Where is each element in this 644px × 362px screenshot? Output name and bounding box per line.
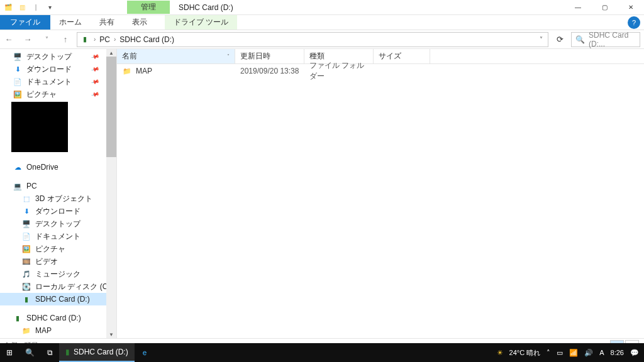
- sd-card-icon: ▮: [65, 348, 70, 356]
- qat-separator: |: [30, 2, 42, 13]
- sidebar-item-label: ピクチャ: [35, 244, 65, 255]
- chevron-right-icon: ›: [94, 36, 96, 43]
- start-button[interactable]: ⊞: [0, 343, 19, 362]
- wifi-icon[interactable]: 📶: [569, 349, 578, 357]
- file-date: 2019/09/20 13:38: [235, 67, 304, 75]
- qat-dropdown-icon[interactable]: ▾: [44, 2, 55, 13]
- search-box[interactable]: 🔍 SDHC Card (D:...: [571, 32, 640, 47]
- tab-file[interactable]: ファイル: [0, 15, 50, 30]
- quick-access-toolbar: 🗂️ ▥ | ▾: [0, 2, 58, 13]
- sidebar-item-documents[interactable]: 📄ドキュメント: [0, 75, 116, 88]
- cube-icon: ⬚: [21, 194, 31, 204]
- scroll-up-icon[interactable]: ▲: [106, 49, 116, 57]
- sidebar-item-map-folder[interactable]: 📁MAP: [0, 324, 116, 337]
- battery-icon[interactable]: ▭: [557, 349, 563, 357]
- close-button[interactable]: ✕: [618, 0, 644, 15]
- music-icon: 🎵: [21, 269, 31, 279]
- breadcrumb-pc[interactable]: PC: [99, 35, 110, 44]
- sidebar-item-3d-objects[interactable]: ⬚3D オブジェクト: [0, 192, 116, 205]
- scroll-down-icon[interactable]: ▼: [106, 331, 116, 338]
- minimize-button[interactable]: —: [565, 0, 591, 15]
- file-rows: 📁MAP 2019/09/20 13:38 ファイル フォルダー: [117, 64, 644, 338]
- search-taskbar-button[interactable]: 🔍: [19, 343, 41, 362]
- sidebar-item-downloads-pc[interactable]: ⬇ダウンロード: [0, 205, 116, 217]
- column-size[interactable]: サイズ: [374, 49, 430, 63]
- weather-icon[interactable]: ☀: [497, 349, 503, 357]
- weather-text[interactable]: 24°C 晴れ: [509, 348, 541, 358]
- action-center-icon[interactable]: 💬: [630, 349, 639, 357]
- column-label: サイズ: [379, 51, 401, 62]
- search-placeholder: SDHC Card (D:...: [589, 31, 636, 48]
- column-label: 名前: [122, 51, 137, 62]
- redacted-item: [11, 102, 68, 152]
- sidebar-item-label: デスクトップ: [35, 219, 80, 229]
- tray-overflow-icon[interactable]: ˄: [547, 349, 550, 357]
- column-name[interactable]: 名前˅: [117, 49, 235, 63]
- taskbar-app-ie[interactable]: ｅ: [135, 343, 155, 362]
- taskbar-app-explorer[interactable]: ▮SDHC Card (D:): [59, 343, 135, 362]
- pictures-icon: 🖼️: [21, 244, 31, 254]
- contextual-tab-label: 管理: [127, 1, 170, 14]
- address-dropdown-icon[interactable]: ˅: [537, 36, 545, 43]
- folder-properties-icon[interactable]: ▥: [16, 2, 28, 13]
- desktop-icon: 🖥️: [21, 219, 31, 229]
- system-tray: ☀ 24°C 晴れ ˄ ▭ 📶 🔊 A 8:26 💬: [497, 348, 644, 358]
- sidebar-item-pictures-pc[interactable]: 🖼️ピクチャ: [0, 243, 116, 255]
- ie-icon: ｅ: [141, 348, 148, 358]
- sidebar-item-label: SDHC Card (D:): [26, 314, 81, 322]
- forward-button[interactable]: →: [20, 32, 35, 47]
- scroll-thumb[interactable]: [106, 57, 116, 157]
- sidebar-item-downloads[interactable]: ⬇ダウンロード: [0, 63, 116, 75]
- desktop-icon: 🖥️: [13, 52, 23, 62]
- sidebar-item-label: ダウンロード: [35, 206, 80, 217]
- address-bar[interactable]: ▮ › PC › SDHC Card (D:) ˅: [77, 32, 548, 47]
- help-button[interactable]: ?: [628, 16, 640, 29]
- pictures-icon: 🖼️: [13, 89, 23, 99]
- sidebar-item-videos[interactable]: 🎞️ビデオ: [0, 255, 116, 268]
- chevron-right-icon: ›: [114, 36, 116, 43]
- download-icon: ⬇: [13, 64, 23, 74]
- task-view-button[interactable]: ⧉: [41, 343, 59, 362]
- tab-share[interactable]: 共有: [91, 15, 123, 30]
- sidebar-item-desktop[interactable]: 🖥️デスクトップ: [0, 50, 116, 63]
- sidebar-item-pictures[interactable]: 🖼️ピクチャ: [0, 88, 116, 101]
- document-icon: 📄: [21, 231, 31, 241]
- nav-bar: ← → ˅ ↑ ▮ › PC › SDHC Card (D:) ˅ ⟳ 🔍 SD…: [0, 30, 644, 49]
- sidebar-item-pc[interactable]: 💻PC: [0, 180, 116, 192]
- file-row[interactable]: 📁MAP 2019/09/20 13:38 ファイル フォルダー: [117, 64, 644, 78]
- tab-home[interactable]: ホーム: [50, 15, 91, 30]
- back-button[interactable]: ←: [1, 32, 16, 47]
- sidebar-item-label: 3D オブジェクト: [35, 194, 92, 204]
- nav-pane: 🖥️デスクトップ ⬇ダウンロード 📄ドキュメント 🖼️ピクチャ ☁OneDriv…: [0, 49, 117, 338]
- ime-indicator[interactable]: A: [599, 349, 604, 356]
- sidebar-item-onedrive[interactable]: ☁OneDrive: [0, 161, 116, 173]
- download-icon: ⬇: [21, 206, 31, 216]
- recent-locations-button[interactable]: ˅: [39, 32, 54, 47]
- taskbar-app-label: SDHC Card (D:): [74, 348, 128, 356]
- sidebar-item-sdhc-root[interactable]: ▮SDHC Card (D:): [0, 312, 116, 324]
- sidebar-scrollbar[interactable]: ▲ ▼: [106, 49, 116, 338]
- sidebar-item-local-disk-c[interactable]: 💽ローカル ディスク (C:): [0, 280, 116, 293]
- sidebar-item-sdhc-card[interactable]: ▮SDHC Card (D:): [0, 293, 116, 305]
- sidebar-item-desktop-pc[interactable]: 🖥️デスクトップ: [0, 217, 116, 230]
- refresh-button[interactable]: ⟳: [552, 32, 567, 47]
- title-bar: 🗂️ ▥ | ▾ 管理 SDHC Card (D:) — ▢ ✕: [0, 0, 644, 15]
- file-list: 名前˅ 更新日時 種類 サイズ 📁MAP 2019/09/20 13:38 ファ…: [117, 49, 644, 338]
- column-date[interactable]: 更新日時: [235, 49, 304, 63]
- sidebar-item-label: OneDrive: [26, 163, 58, 172]
- sidebar-item-label: ローカル ディスク (C:): [35, 282, 113, 292]
- sidebar-item-documents-pc[interactable]: 📄ドキュメント: [0, 230, 116, 243]
- sd-card-icon: ▮: [21, 294, 31, 304]
- breadcrumb-current[interactable]: SDHC Card (D:): [119, 35, 174, 44]
- clock[interactable]: 8:26: [611, 349, 624, 356]
- up-button[interactable]: ↑: [58, 32, 73, 47]
- volume-icon[interactable]: 🔊: [584, 349, 593, 357]
- maximize-button[interactable]: ▢: [591, 0, 618, 15]
- tab-view[interactable]: 表示: [123, 15, 156, 30]
- folder-icon: 📁: [21, 326, 31, 336]
- tab-drive-tools[interactable]: ドライブ ツール: [165, 15, 237, 30]
- column-headers: 名前˅ 更新日時 種類 サイズ: [117, 49, 644, 64]
- sidebar-item-music[interactable]: 🎵ミュージック: [0, 268, 116, 280]
- file-name: MAP: [136, 67, 152, 75]
- video-icon: 🎞️: [21, 256, 31, 266]
